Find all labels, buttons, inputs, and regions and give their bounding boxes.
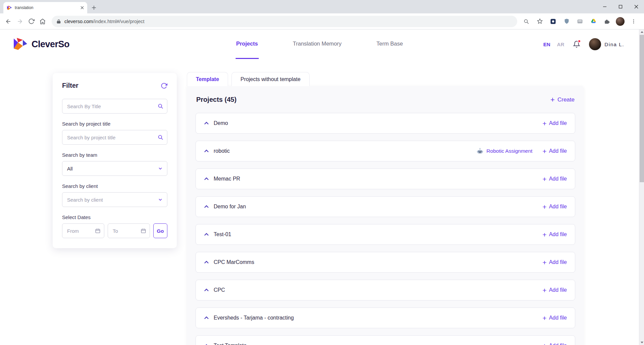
team-select[interactable]: All xyxy=(62,161,167,176)
new-tab-button[interactable] xyxy=(89,3,99,12)
browser-tab-strip: translation xyxy=(0,0,644,13)
favicon xyxy=(7,5,12,10)
add-file-button[interactable]: +Add file xyxy=(542,259,567,266)
add-file-button[interactable]: +Add file xyxy=(542,315,567,322)
plus-icon: + xyxy=(542,203,546,210)
close-window-button[interactable] xyxy=(628,0,644,13)
collapse-chevron-icon[interactable] xyxy=(204,177,209,181)
project-name: CPC xyxy=(214,287,225,293)
filter-panel: Filter Search by project title Search by… xyxy=(53,73,177,248)
shield-icon[interactable] xyxy=(561,16,572,27)
add-file-button[interactable]: +Add file xyxy=(542,203,567,210)
nav-term-base[interactable]: Term Base xyxy=(376,29,404,59)
plus-icon: + xyxy=(542,315,546,322)
team-select-value: All xyxy=(67,166,73,171)
project-name: Memac PR xyxy=(214,176,240,182)
add-file-label: Add file xyxy=(549,231,567,237)
collapse-chevron-icon[interactable] xyxy=(204,261,209,264)
add-file-label: Add file xyxy=(549,120,567,126)
plus-icon: + xyxy=(550,96,555,104)
browser-tab[interactable]: translation xyxy=(3,2,87,13)
project-name: Demo for Jan xyxy=(214,204,246,210)
back-icon[interactable] xyxy=(3,16,14,27)
calendar-icon[interactable] xyxy=(141,228,146,234)
collapse-chevron-icon[interactable] xyxy=(204,149,209,153)
kebab-menu-icon[interactable] xyxy=(628,16,639,27)
nav-projects[interactable]: Projects xyxy=(235,29,259,59)
lang-en-button[interactable]: EN xyxy=(543,42,550,47)
scroll-up-arrow[interactable] xyxy=(639,29,644,34)
calendar-icon[interactable] xyxy=(95,228,101,234)
main-nav: Projects Translation Memory Term Base xyxy=(235,29,404,59)
search-by-title-input[interactable] xyxy=(62,99,167,114)
search-icon[interactable] xyxy=(157,103,164,110)
brand-logo[interactable]: CleverSo xyxy=(13,37,69,51)
extensions-puzzle-icon[interactable] xyxy=(601,16,612,27)
tab-close-icon[interactable] xyxy=(80,6,84,9)
collapse-chevron-icon[interactable] xyxy=(204,205,209,208)
scroll-down-arrow[interactable] xyxy=(639,340,644,345)
add-file-label: Add file xyxy=(549,287,567,293)
chevron-down-icon xyxy=(158,166,163,171)
lang-ar-button[interactable]: AR xyxy=(557,42,565,47)
add-file-button[interactable]: +Add file xyxy=(542,287,567,294)
drive-icon[interactable] xyxy=(588,16,599,27)
collapse-chevron-icon[interactable] xyxy=(204,122,209,125)
reset-filters-icon[interactable] xyxy=(161,82,167,89)
plus-icon: + xyxy=(542,287,546,294)
project-row: Test Template +Add file xyxy=(196,335,575,345)
project-name: Eversheds - Tarjama - contracting xyxy=(214,315,294,321)
project-row: Test-01 +Add file xyxy=(196,224,575,245)
project-name: CPC MarComms xyxy=(214,259,254,265)
tab-projects-without-template[interactable]: Projects without template xyxy=(231,72,310,86)
collapse-chevron-icon[interactable] xyxy=(204,288,209,292)
create-project-button[interactable]: + Create xyxy=(550,96,575,104)
add-file-button[interactable]: +Add file xyxy=(542,148,567,155)
collapse-chevron-icon[interactable] xyxy=(204,316,209,320)
plus-icon: + xyxy=(542,259,546,266)
reload-icon[interactable] xyxy=(25,16,37,27)
minimize-button[interactable] xyxy=(597,0,612,13)
url-domain: cleverso.com xyxy=(64,19,93,24)
add-file-button[interactable]: +Add file xyxy=(542,120,567,127)
brand-name: CleverSo xyxy=(32,39,69,50)
add-file-button[interactable]: +Add file xyxy=(542,176,567,183)
project-name: Test-01 xyxy=(214,231,231,237)
robotic-assignment-button[interactable]: Robotic Assignment xyxy=(476,147,532,155)
tab-template[interactable]: Template xyxy=(187,72,228,86)
page-scrollbar[interactable] xyxy=(639,29,644,345)
add-file-button[interactable]: +Add file xyxy=(542,342,567,345)
extension-icon-1[interactable] xyxy=(547,16,559,27)
maximize-button[interactable] xyxy=(612,0,628,13)
projects-heading: Projects (45) xyxy=(196,96,236,104)
web-page: CleverSo Projects Translation Memory Ter… xyxy=(0,29,639,345)
add-file-button[interactable]: +Add file xyxy=(542,231,567,238)
search-by-project-title-input[interactable] xyxy=(62,130,167,145)
user-menu[interactable]: Dina L. xyxy=(589,38,624,50)
bookmark-star-icon[interactable] xyxy=(534,16,545,27)
collapse-chevron-icon[interactable] xyxy=(204,233,209,236)
home-icon[interactable] xyxy=(37,16,48,27)
zoom-icon[interactable] xyxy=(521,16,532,27)
browser-profile-avatar[interactable] xyxy=(614,16,626,27)
extension-icon-2[interactable] xyxy=(574,16,586,27)
forward-icon[interactable] xyxy=(14,16,25,27)
robotic-assignment-label: Robotic Assignment xyxy=(486,148,532,154)
nav-translation-memory[interactable]: Translation Memory xyxy=(292,29,342,59)
project-row: Demo +Add file xyxy=(196,113,575,134)
go-button[interactable]: Go xyxy=(153,223,167,238)
client-select[interactable]: Search by client xyxy=(62,192,167,207)
project-row: CPC MarComms +Add file xyxy=(196,252,575,273)
cleverso-logo-icon xyxy=(13,37,28,51)
chevron-down-icon xyxy=(158,197,163,202)
notification-dot xyxy=(578,40,581,43)
notifications-bell-icon[interactable] xyxy=(573,41,580,48)
url-bar[interactable]: cleverso.com/index.html#/vue/project xyxy=(52,16,517,27)
client-select-placeholder: Search by client xyxy=(67,197,103,203)
scrollbar-thumb[interactable] xyxy=(640,35,644,182)
plus-icon: + xyxy=(542,120,546,127)
project-name: Demo xyxy=(214,120,228,126)
projects-panel: Projects (45) + Create Demo +Add file xyxy=(187,86,584,345)
lock-icon[interactable] xyxy=(56,19,61,24)
search-icon[interactable] xyxy=(157,134,164,141)
